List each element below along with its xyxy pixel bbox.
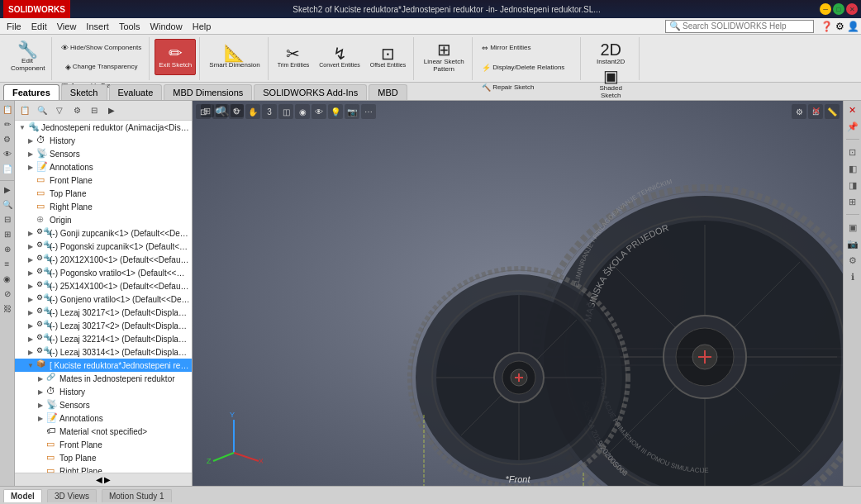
show-hide-btn[interactable]: ≡: [1, 257, 14, 270]
tab-mbd[interactable]: MBD: [369, 84, 407, 100]
edit-component-button[interactable]: 🔧 Edit Component: [7, 39, 48, 75]
menu-view[interactable]: View: [52, 18, 82, 34]
menu-tools[interactable]: Tools: [114, 18, 145, 34]
right-info-icon[interactable]: ℹ: [845, 269, 860, 284]
expand-btn[interactable]: ⊞: [1, 227, 14, 240]
tree-origin[interactable]: ⊕ Origin: [15, 213, 192, 226]
property-icon-btn[interactable]: ✏: [1, 117, 14, 131]
magnet-btn[interactable]: ◉: [1, 272, 14, 285]
tree-history-2[interactable]: ▶ ⏱ History: [15, 385, 192, 398]
tab-mbd-dimensions[interactable]: MBD Dimensions: [164, 84, 252, 100]
menu-help[interactable]: Help: [188, 18, 216, 34]
search-tree-btn[interactable]: 🔍: [1, 197, 14, 211]
menu-file[interactable]: File: [2, 18, 26, 34]
menu-window[interactable]: Window: [145, 18, 188, 34]
right-close-icon[interactable]: ✕: [845, 102, 860, 117]
link-btn[interactable]: ⛓: [1, 302, 14, 315]
tree-front-plane-2[interactable]: ▭ Front Plane: [15, 438, 192, 451]
close-viewport-icon[interactable]: ✕: [811, 104, 821, 117]
maximize-button[interactable]: □: [833, 3, 844, 15]
tree-gonji-zupcanik[interactable]: ▶ ⚙🔩 (-) Gonji zupcanik<1> (Default<<Def…: [15, 226, 192, 240]
tree-25x14x100[interactable]: ▶ ⚙🔩 (-) 25X14X100<1> (Default<<Default>…: [15, 279, 192, 292]
tree-annotations[interactable]: ▶ 📝 Annotations: [15, 160, 192, 174]
linear-pattern-button[interactable]: ⊞ Linear Sketch Pattern: [419, 39, 469, 75]
smart-dimension-button[interactable]: 📐 Smart Dimension: [205, 39, 264, 75]
collapse-btn[interactable]: ⊟: [1, 212, 14, 226]
tree-20x12x100[interactable]: ▶ ⚙🔩 (-) 20X12X100<1> (Default<<Default>…: [15, 253, 192, 266]
fm-tool-settings[interactable]: ⚙: [69, 102, 85, 119]
display-manager-icon-btn[interactable]: 👁: [1, 147, 14, 160]
hide2-btn[interactable]: ⊘: [1, 287, 14, 300]
vp-more-btn[interactable]: ⋯: [361, 104, 376, 119]
menu-edit[interactable]: Edit: [26, 18, 52, 34]
fm-tool-filter[interactable]: ▽: [51, 102, 68, 119]
fm-expand-arrow[interactable]: ▶: [103, 102, 120, 119]
help-icon[interactable]: ❓: [821, 21, 833, 32]
expand2-btn[interactable]: ⊕: [1, 242, 14, 255]
shaded-sketch-button[interactable]: ▣ Shaded Sketch Contours: [586, 69, 635, 106]
fm-tool-search[interactable]: 🔍: [34, 102, 50, 119]
status-tab-3d-views[interactable]: 3D Views: [47, 489, 97, 502]
vp-pan-btn[interactable]: ✋: [245, 104, 260, 119]
tree-lezaj-30217-2[interactable]: ▶ ⚙🔩 (-) Lezaj 30217<2> (Default<Display…: [15, 319, 192, 332]
hide-show-button[interactable]: 👁 Hide/Show Components: [57, 39, 145, 57]
tree-mates-in[interactable]: ▶ 🔗 Mates in Jednostepeni reduktor: [15, 372, 192, 385]
convert-entities-button[interactable]: ↯ Convert Entities: [315, 39, 364, 75]
status-tab-model[interactable]: Model: [3, 489, 42, 502]
right-view1-icon[interactable]: ⊡: [845, 145, 860, 159]
right-thumbtack-icon[interactable]: 📌: [845, 119, 860, 134]
tree-sensors[interactable]: ▶ 📡 Sensors: [15, 147, 192, 160]
tree-right-plane-2[interactable]: ▭ Right Plane: [15, 464, 192, 473]
vp-gear-icon-1[interactable]: ⚙: [792, 104, 806, 119]
vp-camera-btn[interactable]: 📷: [345, 104, 359, 119]
vp-rotate-btn[interactable]: ↻: [229, 104, 244, 119]
vp-section-btn[interactable]: ◫: [278, 104, 293, 119]
fm-tool-features[interactable]: 📋: [17, 102, 33, 119]
tab-features[interactable]: Features: [3, 84, 59, 100]
right-view4-icon[interactable]: ⊞: [845, 194, 860, 209]
tree-top-plane-2[interactable]: ▭ Top Plane: [15, 451, 192, 464]
tab-solidworks-addins[interactable]: SOLIDWORKS Add-Ins: [254, 84, 367, 100]
exit-sketch-button[interactable]: ✏ Exit Sketch: [155, 39, 196, 75]
right-photo-icon[interactable]: 📷: [845, 236, 860, 251]
offset-entities-button[interactable]: ⊡ Offset Entities: [366, 39, 410, 75]
tree-sensors-2[interactable]: ▶ 📡 Sensors: [15, 398, 192, 411]
menu-insert[interactable]: Insert: [81, 18, 114, 34]
viewport[interactable]: MAŠINSKA ŠKOLA PRIJEDOR ŠOLSKA 2019/2020…: [193, 101, 843, 486]
tree-lezaj-32214[interactable]: ▶ ⚙🔩 (-) Lezaj 32214<1> (Default<Display…: [15, 332, 192, 345]
right-settings-icon[interactable]: ⚙: [845, 253, 860, 268]
mirror-entities-button[interactable]: ⇔ Mirror Entities: [478, 39, 535, 57]
vp-light-btn[interactable]: 💡: [328, 104, 343, 119]
vp-3d-btn[interactable]: 3: [262, 104, 277, 119]
minimize-button[interactable]: ─: [820, 3, 831, 15]
custom-props-icon-btn[interactable]: 📄: [1, 162, 14, 175]
tree-pogonski-zupcanik[interactable]: ▶ ⚙🔩 (-) Pogonski zupcanik<1> (Default<<…: [15, 240, 192, 253]
tree-material[interactable]: 🏷 Material <not specified>: [15, 425, 192, 438]
tree-root[interactable]: ▼ 🔩 Jednostepeni reduktor (Animacija<Dis…: [15, 121, 192, 134]
right-render-icon[interactable]: ▣: [845, 220, 860, 235]
vp-measure-icon[interactable]: 📏: [825, 104, 840, 119]
search-bar[interactable]: 🔍: [665, 20, 814, 33]
tree-gonjeno-vratilo[interactable]: ▶ ⚙🔩 (-) Gonjeno vratilo<1> (Default<<De…: [15, 292, 192, 306]
repair-sketch-button[interactable]: 🔨 Repair Sketch: [478, 78, 538, 97]
right-view2-icon[interactable]: ◧: [845, 161, 860, 176]
tree-lezaj-30217-1[interactable]: ▶ ⚙🔩 (-) Lezaj 30217<1> (Default<Display…: [15, 306, 192, 319]
vp-hide-btn[interactable]: 👁: [312, 104, 326, 119]
features-icon-btn[interactable]: 📋: [1, 102, 14, 116]
vp-display-btn[interactable]: ◉: [295, 104, 310, 119]
tab-evaluate[interactable]: Evaluate: [109, 84, 163, 100]
settings-icon[interactable]: ⚙: [835, 21, 844, 32]
tab-sketch[interactable]: Sketch: [61, 84, 107, 100]
fm-tool-collapse[interactable]: ⊟: [86, 102, 102, 119]
tree-pogonsko-vratilo[interactable]: ▶ ⚙🔩 (-) Pogonsko vratilo<1> (Default<<D…: [15, 266, 192, 279]
arrow-icon-btn[interactable]: ▶: [1, 183, 14, 196]
display-delete-button[interactable]: ⚡ Display/Delete Relations: [478, 59, 568, 77]
status-tab-motion-study[interactable]: Motion Study 1: [102, 489, 172, 502]
vp-zoom-btn[interactable]: 🔍: [212, 104, 227, 119]
trim-entities-button[interactable]: ✂ Trim Entities: [274, 39, 314, 75]
tree-top-plane[interactable]: ▭ Top Plane: [15, 187, 192, 200]
instant2d-button[interactable]: 2D Instant2D: [592, 39, 629, 68]
change-transparency-button[interactable]: ◈ Change Transparency: [61, 58, 142, 76]
search-input[interactable]: [683, 21, 798, 31]
tree-kuciste-reduktora[interactable]: ▼ 📦 [ Kuciste reduktora*Jednostepeni red…: [15, 359, 192, 372]
